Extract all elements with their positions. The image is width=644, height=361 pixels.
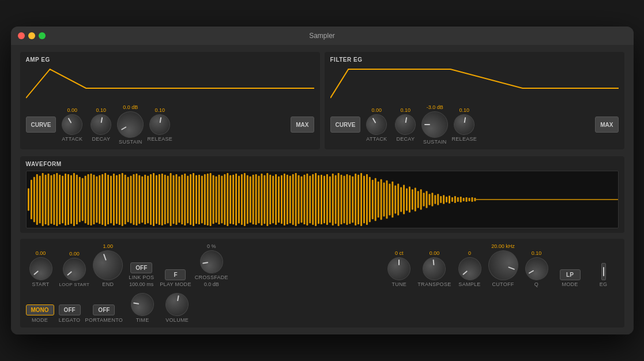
svg-rect-12 [62, 176, 63, 223]
time-knob[interactable] [129, 291, 156, 318]
playmode-button[interactable]: F [165, 269, 186, 280]
filter-attack-knob[interactable] [363, 110, 391, 138]
svg-rect-126 [386, 180, 387, 219]
svg-rect-114 [352, 176, 353, 223]
mode-label: MODE [562, 281, 578, 287]
close-button[interactable] [18, 32, 25, 39]
svg-rect-37 [133, 174, 134, 225]
legato-button[interactable]: OFF [59, 304, 81, 315]
volume-knob[interactable] [164, 291, 190, 318]
tune-knob[interactable] [387, 257, 410, 280]
time-col: TIME [127, 293, 157, 323]
svg-rect-60 [198, 175, 199, 224]
amp-decay-group: 0.10 DECAY [88, 107, 114, 142]
svg-rect-13 [65, 174, 66, 225]
filter-release-knob[interactable] [452, 112, 476, 137]
crossfade-knob[interactable] [198, 249, 225, 275]
svg-rect-138 [420, 189, 421, 209]
sample-knob[interactable] [453, 253, 485, 285]
filter-decay-knob[interactable] [393, 112, 417, 137]
amp-decay-knob[interactable] [89, 112, 113, 137]
start-knob[interactable] [24, 253, 57, 285]
filter-max-button[interactable]: MAX [595, 116, 618, 133]
svg-rect-149 [451, 197, 453, 202]
traffic-lights [18, 32, 46, 39]
loopstart-col: 0.00 LOOP START [59, 251, 90, 287]
start-value: 0.00 [36, 250, 46, 256]
amp-release-knob[interactable] [148, 112, 172, 137]
filter-curve-button[interactable]: CURVE [330, 116, 361, 133]
svg-rect-99 [309, 176, 311, 223]
svg-rect-35 [127, 177, 129, 222]
filter-eg-controls: CURVE 0.00 ATTACK 0.10 DECAY -3.0 dB [330, 104, 619, 145]
amp-eg-envelope [26, 66, 314, 101]
filter-decay-value: 0.10 [401, 107, 411, 113]
crossfade-label: CROSSFADE [195, 274, 228, 280]
svg-rect-150 [454, 196, 455, 203]
svg-rect-127 [389, 184, 390, 216]
amp-attack-value: 0.00 [67, 107, 78, 113]
filter-sustain-label: SUSTAIN [423, 139, 446, 145]
svg-rect-76 [243, 173, 245, 226]
amp-attack-knob[interactable] [58, 110, 86, 138]
svg-rect-22 [90, 174, 92, 225]
portamento-button[interactable]: OFF [93, 304, 115, 315]
svg-rect-110 [340, 175, 342, 224]
amp-sustain-knob[interactable] [112, 107, 149, 143]
svg-rect-134 [408, 186, 410, 212]
waveform-display[interactable] [26, 171, 619, 228]
svg-rect-115 [355, 174, 356, 225]
transpose-knob[interactable] [422, 256, 447, 281]
sample-col: 0 SAMPLE [455, 250, 485, 287]
cutoff-knob[interactable] [484, 246, 522, 285]
svg-rect-112 [346, 174, 348, 225]
svg-rect-53 [178, 176, 180, 223]
svg-rect-65 [212, 175, 214, 224]
svg-rect-52 [175, 174, 177, 225]
waveform-section: WAVEFORM [20, 156, 624, 233]
mono-label: MODE [32, 317, 48, 323]
linkpos-button[interactable]: OFF [130, 262, 152, 273]
filter-attack-group: 0.00 ATTACK [364, 107, 389, 142]
svg-rect-54 [181, 175, 183, 224]
main-content: AMP EG CURVE 0.00 ATTACK 0.10 [11, 45, 634, 334]
svg-rect-75 [240, 174, 242, 225]
amp-max-button[interactable]: MAX [291, 116, 314, 133]
svg-rect-40 [141, 176, 143, 223]
svg-rect-139 [423, 193, 424, 206]
amp-eg-section: AMP EG CURVE 0.00 ATTACK 0.10 [20, 52, 320, 149]
legato-label: LEGATO [59, 317, 80, 323]
svg-rect-9 [53, 174, 55, 225]
filter-release-value: 0.10 [460, 107, 470, 113]
svg-rect-3 [36, 174, 37, 225]
mono-button[interactable]: MONO [26, 304, 54, 315]
svg-rect-51 [172, 175, 174, 224]
mode-button[interactable]: LP [560, 269, 581, 280]
amp-curve-button[interactable]: CURVE [26, 116, 57, 133]
svg-rect-31 [115, 175, 117, 224]
svg-rect-108 [334, 175, 336, 224]
svg-rect-96 [300, 176, 302, 223]
end-knob[interactable] [89, 246, 127, 285]
loopstart-knob[interactable] [58, 253, 91, 285]
minimize-button[interactable] [28, 32, 35, 39]
mode-col: LP MODE [555, 269, 585, 287]
svg-rect-17 [76, 175, 77, 224]
maximize-button[interactable] [39, 32, 46, 39]
svg-rect-88 [278, 176, 280, 223]
svg-rect-5 [42, 173, 43, 226]
eg-button[interactable] [601, 263, 606, 280]
transpose-value: 0.00 [430, 250, 440, 256]
q-knob[interactable] [521, 253, 552, 285]
svg-rect-118 [363, 176, 365, 223]
svg-rect-104 [323, 176, 325, 223]
start-label: START [32, 281, 49, 287]
filter-sustain-group: -3.0 dB SUSTAIN [421, 104, 448, 145]
filter-attack-label: ATTACK [366, 136, 387, 142]
svg-rect-57 [190, 174, 191, 225]
filter-sustain-knob[interactable] [421, 111, 448, 138]
svg-rect-86 [272, 176, 274, 223]
linkpos-sub: 100.00 ms [129, 281, 153, 287]
cutoff-label: CUTOFF [492, 281, 514, 287]
svg-rect-16 [73, 173, 74, 226]
